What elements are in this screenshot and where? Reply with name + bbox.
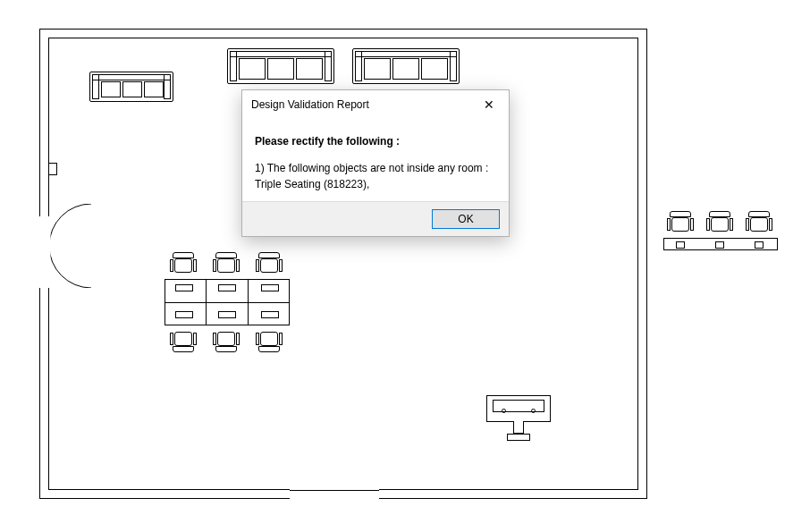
triple-seating-object[interactable] — [663, 211, 778, 250]
door-arc-icon — [49, 204, 114, 288]
close-icon: ✕ — [484, 98, 494, 111]
dialog-close-button[interactable]: ✕ — [477, 96, 502, 114]
sofa-top-center-left[interactable] — [227, 48, 334, 84]
validation-dialog: Design Validation Report ✕ Please rectif… — [241, 89, 510, 237]
desk-cluster[interactable] — [165, 259, 290, 345]
dialog-titlebar[interactable]: Design Validation Report ✕ — [242, 90, 509, 119]
wall-fixture — [48, 163, 57, 175]
sofa-top-left[interactable] — [89, 72, 173, 102]
door-opening — [38, 216, 50, 288]
dialog-instruction: Please rectify the following : — [255, 133, 496, 149]
dialog-body: Please rectify the following : 1) The fo… — [242, 119, 509, 201]
dialog-item-line1: 1) The following objects are not inside … — [255, 160, 496, 176]
ok-button[interactable]: OK — [432, 209, 500, 229]
sofa-top-center-right[interactable] — [352, 48, 460, 84]
podium-unit[interactable] — [486, 395, 551, 422]
dialog-item-line2: Triple Seating (818223), — [255, 176, 496, 192]
bottom-wall-opening-lintel — [290, 490, 379, 491]
dialog-footer: OK — [242, 201, 509, 236]
dialog-title-text: Design Validation Report — [251, 98, 369, 111]
